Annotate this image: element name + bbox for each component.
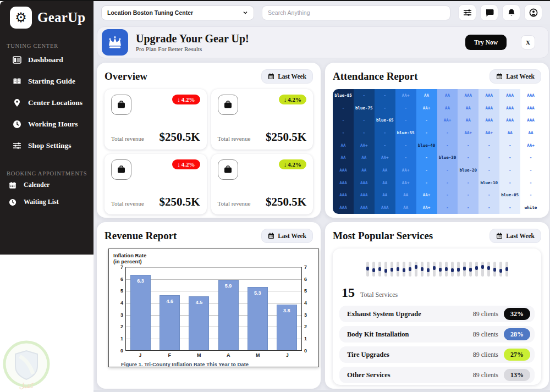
y-axis-tick: 5 (304, 288, 313, 294)
tick-slider[interactable] (475, 262, 478, 277)
service-row[interactable]: Other Services89 clients13% (339, 367, 535, 383)
tick-slider[interactable] (415, 262, 417, 277)
heatmap-cell: AA (333, 139, 354, 152)
heatmap-cell: AAA (520, 89, 541, 102)
tick-slider[interactable] (421, 262, 424, 277)
heatmap-cell: - (520, 164, 541, 176)
heatmap-cell: - (395, 139, 416, 152)
revenue-card: Revenue Report Last Week Inflation Rate … (97, 222, 321, 389)
search-input[interactable] (268, 9, 444, 16)
service-percent-badge: 28% (504, 328, 530, 340)
tick-slider[interactable] (439, 262, 442, 277)
profile-button[interactable] (524, 4, 542, 21)
heatmap-cell: AAA (333, 201, 354, 214)
y-axis-tick: 5 (114, 288, 123, 294)
tick-slider-handle (499, 269, 502, 273)
revenue-period-button[interactable]: Last Week (261, 229, 313, 243)
try-now-button[interactable]: Try Now (465, 35, 507, 50)
bar: 3.8 (277, 305, 297, 350)
heatmap-color-label: blue-85 (333, 89, 354, 102)
y-axis-tick: 7 (114, 264, 123, 270)
briefcase-icon (111, 95, 131, 115)
sidebar-item-center-locations[interactable]: Center Locations (0, 92, 94, 113)
heatmap-cell: - (479, 164, 499, 176)
heatmap-cell: AAA (354, 201, 375, 214)
heatmap-cell: AA (395, 189, 416, 202)
heatmap-cell: AAA (479, 102, 499, 114)
tick-slider[interactable] (397, 262, 399, 277)
heatmap-cell: AA (375, 176, 395, 189)
service-row[interactable]: Exhaust System Upgrade89 clients32% (339, 306, 535, 322)
service-row[interactable]: Tire Upgrades89 clients27% (339, 346, 535, 363)
tick-slider[interactable] (391, 262, 393, 277)
tick-slider[interactable] (457, 262, 460, 277)
y-axis-tick: 3 (114, 312, 123, 318)
chat-button[interactable] (480, 4, 498, 21)
services-period-button[interactable]: Last Week (490, 229, 541, 243)
tick-slider[interactable] (487, 262, 490, 277)
tick-slider[interactable] (378, 262, 381, 277)
heatmap-cell: - (375, 102, 395, 114)
heatmap-cell: - (437, 164, 458, 176)
tick-slider[interactable] (433, 262, 436, 277)
tick-slider-handle (451, 268, 454, 272)
heatmap-cell: - (479, 139, 499, 152)
overview-title: Overview (105, 70, 147, 82)
sliders-icon (12, 141, 21, 150)
bar: 5.9 (218, 280, 239, 350)
tick-slider[interactable] (451, 262, 454, 277)
heatmap-cell: AA+ (479, 126, 499, 139)
tick-slider[interactable] (463, 262, 466, 277)
sidebar-item-working-hours[interactable]: Working Hours (0, 113, 94, 135)
sidebar-item-dashboard[interactable]: Dashboard (0, 49, 94, 70)
upgrade-banner: Upgrade Your Gear Up! Pro Plan For Bette… (97, 26, 549, 58)
notifications-button[interactable] (502, 4, 520, 21)
service-clients: 89 clients (473, 351, 498, 359)
bottom-strip (94, 390, 550, 392)
heatmap-color-label: blue-65 (375, 114, 395, 126)
location-select[interactable]: Location Boston Tuning Center (101, 5, 254, 20)
tick-slider[interactable] (445, 262, 448, 277)
y-axis-tick: 3 (304, 312, 313, 318)
tick-slider[interactable] (499, 262, 502, 277)
tick-slider[interactable] (493, 262, 496, 277)
heatmap-cell: AA (458, 102, 479, 114)
y-axis-tick: 7 (304, 264, 313, 270)
overview-period-button[interactable]: Last Week (261, 69, 313, 84)
app-window: ⚙ GearUp TUNING CENTERDashboardStarting … (0, 0, 550, 392)
book-icon (12, 76, 21, 86)
heatmap-cell: AAA (458, 89, 479, 102)
calendar-icon (496, 233, 503, 239)
filter-sliders-button[interactable] (458, 4, 476, 21)
logo: ⚙ GearUp (0, 1, 94, 29)
tick-slider[interactable] (366, 262, 369, 277)
sidebar-item-shop-settings[interactable]: Shop Settings (0, 135, 94, 156)
tick-slider[interactable] (384, 262, 387, 277)
tick-slider[interactable] (505, 262, 508, 277)
tick-slider[interactable] (403, 262, 405, 277)
heatmap-cell: - (416, 114, 437, 126)
briefcase-icon (218, 95, 238, 115)
tick-slider[interactable] (372, 262, 375, 277)
tick-slider[interactable] (427, 262, 430, 277)
attendance-period-button[interactable]: Last Week (490, 69, 541, 84)
service-row[interactable]: Body Kit Installation89 clients28% (339, 326, 535, 343)
tick-slider[interactable] (469, 262, 472, 277)
gear-logo-icon: ⚙ (10, 7, 32, 29)
sidebar-item-waiting-list[interactable]: Waiting List (0, 194, 94, 211)
tick-slider[interactable] (409, 262, 411, 277)
stat-value: $250.5K (159, 195, 200, 209)
heatmap-cell: - (479, 189, 499, 202)
tick-slider[interactable] (481, 262, 484, 277)
heatmap-color-label: blue-40 (416, 139, 437, 152)
calendar-icon (268, 233, 274, 239)
sidebar-item-calender[interactable]: Calender (0, 176, 94, 194)
service-clients: 89 clients (473, 310, 498, 318)
calendar-icon (8, 180, 17, 190)
bar: 4.5 (189, 296, 209, 350)
sidebar-item-starting-guide[interactable]: Starting Guide (0, 70, 94, 92)
heatmap-cell: AA+ (458, 126, 479, 139)
bar-value-label: 5.3 (248, 290, 267, 296)
banner-close-button[interactable]: X (521, 35, 535, 49)
services-totals: 15 Total Services (342, 285, 535, 300)
